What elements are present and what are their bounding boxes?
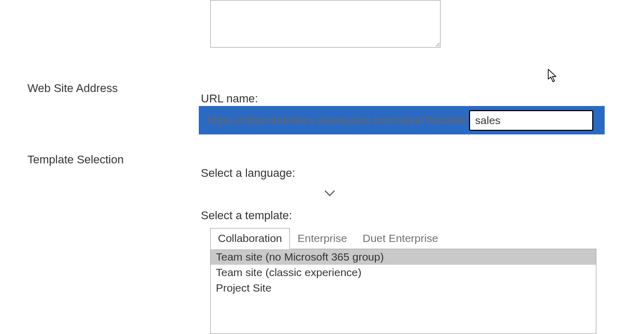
template-tab-enterprise[interactable]: Enterprise (290, 228, 355, 249)
url-prefix-text: https://citizenbuilders.sharepoint.com/s… (207, 114, 468, 127)
select-template-label: Select a template: (201, 209, 292, 222)
template-tab-duet-enterprise[interactable]: Duet Enterprise (355, 228, 446, 249)
template-tab-collaboration[interactable]: Collaboration (210, 228, 290, 249)
url-name-input[interactable] (469, 110, 593, 131)
description-textarea[interactable] (210, 0, 441, 48)
new-subsite-form: Web Site Address URL name: https://citiz… (0, 0, 644, 334)
template-listbox[interactable]: Team site (no Microsoft 365 group)Team s… (210, 249, 596, 334)
section-label-web-site-address: Web Site Address (27, 82, 118, 95)
cursor-icon (547, 69, 559, 83)
template-option[interactable]: Team site (no Microsoft 365 group) (211, 249, 596, 265)
section-label-template-selection: Template Selection (27, 153, 124, 166)
select-language-label: Select a language: (201, 166, 295, 180)
language-select-wrap: English (210, 184, 340, 202)
template-option[interactable]: Team site (classic experience) (211, 265, 596, 280)
template-option[interactable]: Project Site (211, 280, 596, 296)
url-name-label: URL name: (201, 92, 258, 105)
url-field-highlight: https://citizenbuilders.sharepoint.com/s… (199, 106, 605, 134)
template-tabs: CollaborationEnterpriseDuet Enterprise (210, 228, 446, 249)
